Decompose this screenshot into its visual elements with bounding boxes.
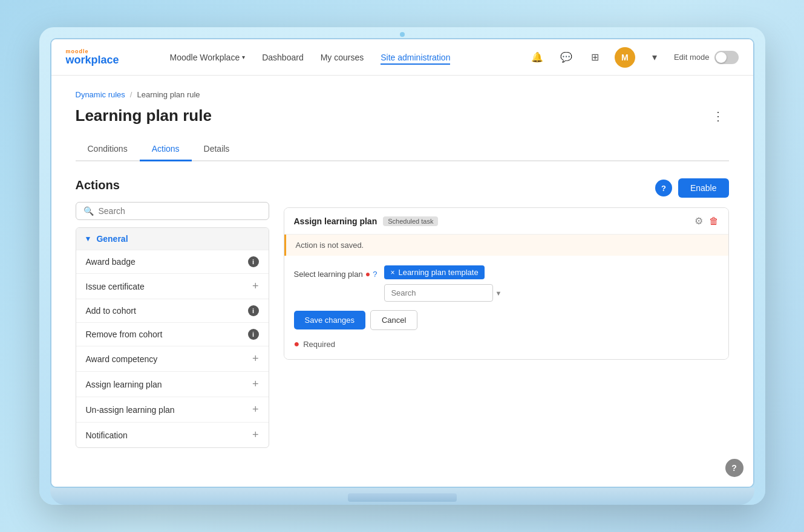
plus-icon: +	[252, 378, 259, 391]
tab-details[interactable]: Details	[192, 138, 242, 161]
form-field-area: × Learning plan template ▼	[384, 265, 718, 302]
info-icon: i	[248, 256, 259, 267]
required-row: ● Required	[294, 339, 719, 349]
action-list: ▼ General Award badge i Issue certificat…	[76, 227, 269, 448]
nav-item-site-admin[interactable]: Site administration	[381, 50, 450, 65]
plus-icon: +	[252, 280, 259, 293]
help-bubble[interactable]: ?	[725, 459, 744, 477]
nav-right: 🔔 💬 ⊞ M ▾ Edit mode	[528, 47, 739, 68]
list-item[interactable]: Add to cohort i	[76, 299, 269, 322]
avatar-dropdown-icon[interactable]: ▾	[645, 48, 664, 67]
more-options-icon[interactable]: ⋮	[707, 106, 729, 126]
list-item[interactable]: Assign learning plan +	[76, 371, 269, 397]
form-label-text: Select learning plan	[294, 270, 363, 279]
breadcrumb-separator: /	[130, 90, 132, 99]
messages-icon[interactable]: 💬	[557, 48, 576, 67]
top-nav: moodle workplace Moodle Workplace ▾ Dash…	[51, 39, 753, 76]
settings-icon[interactable]: ⚙	[695, 215, 703, 227]
action-label: Issue certificate	[86, 282, 145, 291]
action-label: Assign learning plan	[86, 380, 162, 389]
page-title: Learning plan rule	[76, 106, 212, 125]
action-title-text: Assign learning plan	[294, 216, 377, 226]
action-label: Add to cohort	[86, 306, 136, 316]
info-icon: i	[248, 329, 259, 340]
nav-item-moodle-workplace[interactable]: Moodle Workplace ▾	[170, 53, 246, 62]
plus-icon: +	[252, 403, 259, 416]
list-item[interactable]: Issue certificate +	[76, 273, 269, 299]
list-item[interactable]: Award competency +	[76, 346, 269, 371]
action-card-body: Select learning plan ● ? ×	[284, 256, 728, 359]
warning-banner: Action is not saved.	[284, 235, 728, 256]
tabs: Conditions Actions Details	[76, 138, 729, 161]
warning-text: Action is not saved.	[296, 241, 364, 250]
cancel-button[interactable]: Cancel	[370, 310, 417, 330]
required-star-icon: ●	[365, 269, 370, 279]
save-changes-button[interactable]: Save changes	[294, 311, 365, 329]
action-label: Notification	[86, 430, 128, 440]
dropdown-arrow-icon: ▼	[495, 290, 502, 297]
breadcrumb-current: Learning plan rule	[137, 90, 200, 99]
nav-item-my-courses[interactable]: My courses	[321, 50, 364, 65]
info-icon: i	[248, 305, 259, 316]
action-group-label: General	[96, 234, 128, 244]
action-group-general[interactable]: ▼ General	[76, 228, 269, 250]
action-label: Award competency	[86, 354, 158, 364]
action-card-title: Assign learning plan Scheduled task	[294, 216, 439, 226]
main-content: Dynamic rules / Learning plan rule Learn…	[51, 76, 753, 487]
action-label: Award badge	[86, 257, 136, 267]
tab-actions[interactable]: Actions	[140, 138, 192, 161]
form-label: Select learning plan ● ?	[294, 265, 377, 279]
help-icon[interactable]: ?	[373, 270, 377, 279]
page-header: Learning plan rule ⋮	[76, 106, 729, 126]
form-buttons: Save changes Cancel	[294, 310, 719, 330]
breadcrumb-parent[interactable]: Dynamic rules	[76, 90, 125, 99]
breadcrumb: Dynamic rules / Learning plan rule	[76, 90, 729, 99]
list-item[interactable]: Remove from cohort i	[76, 322, 269, 346]
search-dropdown[interactable]: ▼	[384, 284, 493, 302]
plus-icon: +	[252, 429, 259, 441]
edit-mode-area: Edit mode	[674, 51, 739, 64]
list-item[interactable]: Un-assign learning plan +	[76, 397, 269, 422]
form-row: Select learning plan ● ? ×	[294, 265, 719, 302]
dropdown-search-input[interactable]	[391, 288, 492, 297]
edit-mode-label: Edit mode	[674, 53, 710, 62]
list-item[interactable]: Notification +	[76, 422, 269, 447]
help-circle-icon[interactable]: ?	[655, 180, 672, 196]
right-panel-header: ? Enable	[284, 178, 729, 198]
tab-conditions[interactable]: Conditions	[76, 138, 140, 161]
chevron-down-icon: ▼	[85, 235, 92, 243]
action-label: Remove from cohort	[86, 329, 163, 339]
action-label: Un-assign learning plan	[86, 405, 175, 415]
panel-title: Actions	[76, 178, 269, 192]
enable-button[interactable]: Enable	[678, 178, 729, 198]
required-icon: ●	[294, 339, 300, 349]
action-card-header: Assign learning plan Scheduled task ⚙ 🗑	[284, 208, 728, 235]
tag-container: × Learning plan template	[384, 265, 718, 279]
delete-icon[interactable]: 🗑	[709, 216, 719, 227]
selected-tag[interactable]: × Learning plan template	[384, 265, 484, 279]
search-icon: 🔍	[83, 206, 94, 216]
nav-links: Moodle Workplace ▾ Dashboard My courses …	[170, 50, 508, 65]
tag-label: Learning plan template	[398, 268, 478, 277]
right-panel: ? Enable Assign learning plan Scheduled …	[284, 178, 729, 448]
tag-remove-icon[interactable]: ×	[390, 268, 394, 277]
list-item[interactable]: Award badge i	[76, 250, 269, 273]
required-text: Required	[303, 340, 335, 349]
grid-icon[interactable]: ⊞	[586, 48, 605, 67]
left-panel: Actions 🔍 ▼ General Award badge i	[76, 178, 269, 448]
plus-icon: +	[252, 352, 259, 365]
notifications-icon[interactable]: 🔔	[528, 48, 547, 67]
edit-mode-toggle[interactable]	[714, 51, 739, 64]
search-box[interactable]: 🔍	[76, 202, 269, 220]
card-actions: ⚙ 🗑	[695, 215, 719, 227]
logo[interactable]: moodle workplace	[66, 49, 151, 65]
nav-item-dashboard[interactable]: Dashboard	[262, 50, 304, 65]
avatar[interactable]: M	[615, 47, 635, 68]
logo-workplace: workplace	[66, 54, 119, 65]
scheduled-badge: Scheduled task	[383, 216, 438, 226]
action-card: Assign learning plan Scheduled task ⚙ 🗑 …	[284, 207, 729, 360]
search-input[interactable]	[99, 206, 261, 216]
content-grid: Actions 🔍 ▼ General Award badge i	[76, 178, 729, 448]
